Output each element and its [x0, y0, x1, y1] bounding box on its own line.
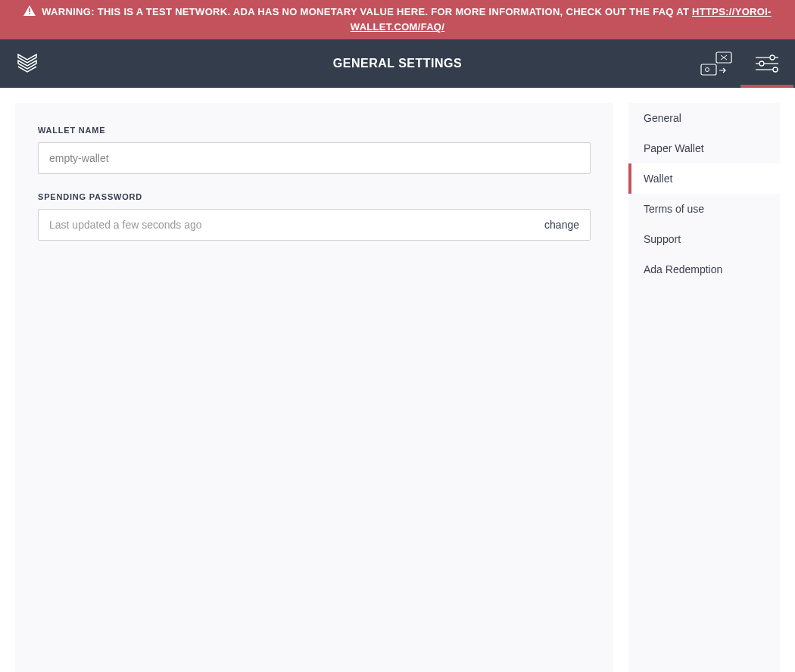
- warning-text: WARNING: THIS IS A TEST NETWORK. ADA HAS…: [42, 6, 689, 17]
- sidebar-item-paper-wallet[interactable]: Paper Wallet: [628, 133, 780, 163]
- spending-password-row: Last updated a few seconds ago change: [38, 209, 591, 241]
- warning-banner: WARNING: THIS IS A TEST NETWORK. ADA HAS…: [0, 0, 795, 39]
- svg-rect-0: [29, 8, 30, 12]
- active-tab-indicator: [740, 85, 793, 88]
- settings-card: WALLET NAME SPENDING PASSWORD Last updat…: [15, 103, 613, 672]
- wallets-transfer-button[interactable]: [700, 39, 733, 88]
- svg-point-6: [770, 55, 775, 60]
- warning-icon: [23, 5, 36, 20]
- svg-point-8: [759, 61, 764, 66]
- spending-password-label: SPENDING PASSWORD: [38, 192, 591, 201]
- sidebar-item-wallet[interactable]: Wallet: [628, 163, 780, 194]
- main-area: WALLET NAME SPENDING PASSWORD Last updat…: [0, 88, 795, 672]
- sidebar-item-label: General: [644, 112, 681, 124]
- svg-point-10: [773, 67, 778, 72]
- sidebar-item-ada-redemption[interactable]: Ada Redemption: [628, 254, 780, 285]
- top-bar: GENERAL SETTINGS: [0, 39, 795, 88]
- settings-button[interactable]: [754, 39, 780, 88]
- sidebar-item-label: Paper Wallet: [644, 142, 704, 154]
- settings-sidebar: General Paper Wallet Wallet Terms of use…: [628, 103, 780, 672]
- page-title: GENERAL SETTINGS: [333, 57, 462, 70]
- sidebar-item-label: Wallet: [644, 173, 672, 185]
- sidebar-item-terms-of-use[interactable]: Terms of use: [628, 194, 780, 224]
- top-actions: [700, 39, 780, 88]
- sidebar-item-label: Ada Redemption: [644, 263, 722, 275]
- sidebar-item-label: Terms of use: [644, 203, 704, 215]
- wallet-name-label: WALLET NAME: [38, 126, 591, 135]
- sidebar-item-general[interactable]: General: [628, 103, 780, 133]
- app-logo[interactable]: [15, 51, 39, 76]
- sidebar-item-label: Support: [644, 233, 681, 245]
- change-password-link[interactable]: change: [544, 219, 579, 231]
- svg-point-4: [706, 67, 709, 71]
- svg-rect-1: [29, 13, 30, 14]
- wallet-name-input[interactable]: [38, 142, 591, 174]
- sidebar-item-support[interactable]: Support: [628, 224, 780, 254]
- password-status-text: Last updated a few seconds ago: [49, 219, 202, 231]
